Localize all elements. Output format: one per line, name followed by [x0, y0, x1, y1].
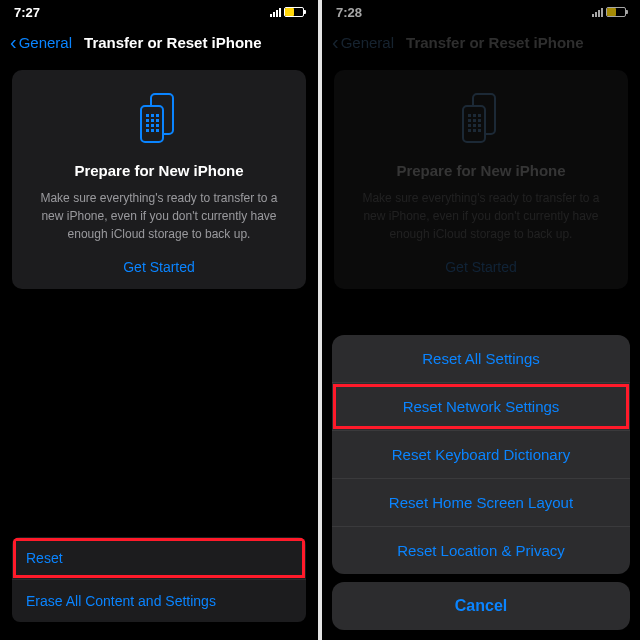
reset-row[interactable]: Reset [12, 537, 306, 579]
reset-keyboard-dictionary-row[interactable]: Reset Keyboard Dictionary [332, 430, 630, 478]
svg-rect-2 [146, 114, 149, 117]
prepare-card: Prepare for New iPhone Make sure everyth… [12, 70, 306, 289]
svg-rect-12 [151, 129, 154, 132]
cancel-button[interactable]: Cancel [332, 582, 630, 630]
option-label: Reset All Settings [422, 350, 540, 367]
nav-bar: ‹ General Transfer or Reset iPhone [0, 24, 318, 60]
reset-location-privacy-row[interactable]: Reset Location & Privacy [332, 526, 630, 574]
content-area: Prepare for New iPhone Make sure everyth… [0, 60, 318, 640]
bottom-options: Reset Erase All Content and Settings [12, 537, 306, 622]
get-started-button[interactable]: Get Started [26, 259, 292, 275]
option-label: Reset Home Screen Layout [389, 494, 573, 511]
option-label: Reset Location & Privacy [397, 542, 565, 559]
signal-icon [270, 8, 281, 17]
svg-rect-6 [151, 119, 154, 122]
reset-label: Reset [26, 550, 63, 566]
reset-network-settings-row[interactable]: Reset Network Settings [332, 382, 630, 430]
status-indicators [270, 7, 304, 17]
svg-rect-10 [156, 124, 159, 127]
svg-rect-4 [156, 114, 159, 117]
action-sheet: Reset All Settings Reset Network Setting… [332, 335, 630, 630]
svg-rect-11 [146, 129, 149, 132]
svg-rect-7 [156, 119, 159, 122]
svg-rect-13 [156, 129, 159, 132]
status-bar: 7:27 [0, 0, 318, 24]
left-screenshot: 7:27 ‹ General Transfer or Reset iPhone [0, 0, 318, 640]
svg-rect-8 [146, 124, 149, 127]
right-screenshot: 7:28 ‹ General Transfer or Reset iPhone [322, 0, 640, 640]
sheet-options: Reset All Settings Reset Network Setting… [332, 335, 630, 574]
page-title: Transfer or Reset iPhone [84, 34, 262, 51]
phones-icon [26, 88, 292, 148]
erase-label: Erase All Content and Settings [26, 593, 216, 609]
option-label: Reset Network Settings [403, 398, 560, 415]
back-button[interactable]: ‹ General [10, 32, 72, 52]
erase-row[interactable]: Erase All Content and Settings [12, 579, 306, 622]
card-title: Prepare for New iPhone [26, 162, 292, 179]
svg-rect-9 [151, 124, 154, 127]
card-body: Make sure everything's ready to transfer… [26, 189, 292, 243]
back-label: General [19, 34, 72, 51]
reset-all-settings-row[interactable]: Reset All Settings [332, 335, 630, 382]
reset-home-screen-layout-row[interactable]: Reset Home Screen Layout [332, 478, 630, 526]
option-label: Reset Keyboard Dictionary [392, 446, 570, 463]
chevron-left-icon: ‹ [10, 32, 17, 52]
svg-rect-3 [151, 114, 154, 117]
battery-icon [284, 7, 304, 17]
svg-rect-5 [146, 119, 149, 122]
status-time: 7:27 [14, 5, 40, 20]
